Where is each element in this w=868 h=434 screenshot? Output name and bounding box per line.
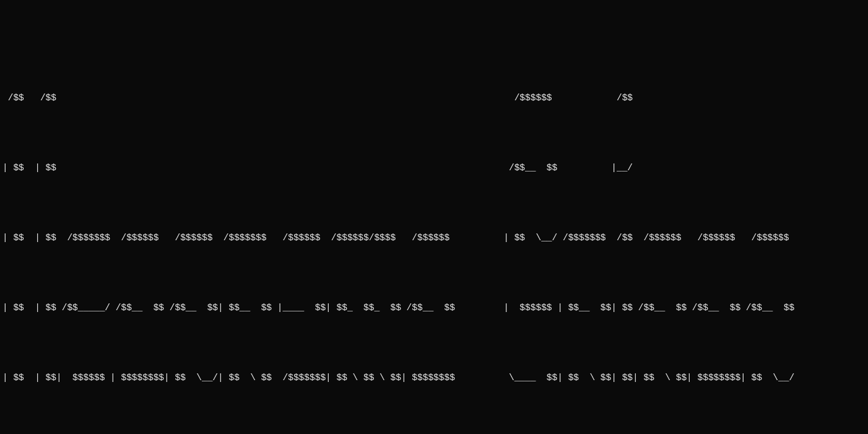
ascii-banner: /$$ /$$ /$$$$$$ /$$ | $$ | $$ [2,40,868,434]
banner-line: | $$ | $$ /$$__ $$ |__/ [2,157,868,180]
banner-line: | $$ | $$ /$$_____/ /$$__ $$ /$$__ $$| $… [2,297,868,320]
banner-line: /$$ /$$ /$$$$$$ /$$ [2,87,868,110]
banner-line: | $$ | $$| $$$$$$ | $$$$$$$$| $$ \__/| $… [2,367,868,390]
terminal-window: /$$ /$$ /$$$$$$ /$$ | $$ | $$ [0,0,868,434]
banner-line: | $$ | $$ /$$$$$$$ /$$$$$$ /$$$$$$ /$$$$… [2,227,868,250]
